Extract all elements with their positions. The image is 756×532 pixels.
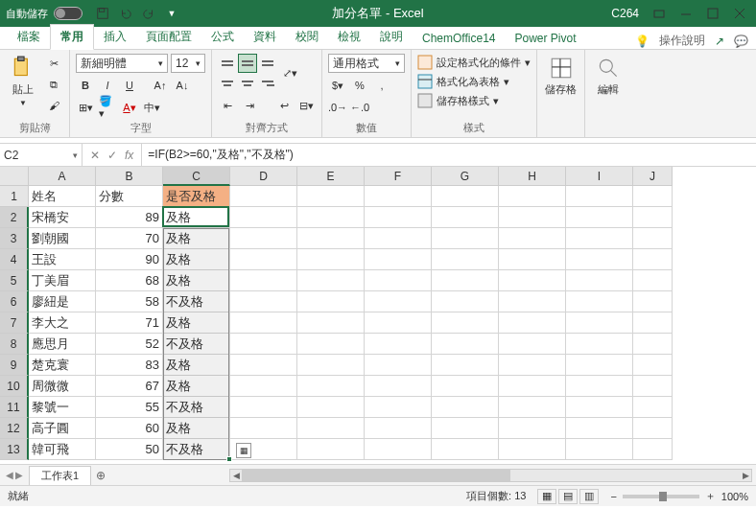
cell[interactable]: 90 [96,249,163,270]
cell[interactable] [230,418,297,439]
cell[interactable] [566,207,633,228]
zoom-level[interactable]: 100% [721,491,748,502]
cell[interactable]: 及格 [163,270,230,291]
cell[interactable] [633,228,673,249]
cell[interactable]: 及格 [163,249,230,270]
currency-icon[interactable]: $▾ [328,76,347,95]
bold-button[interactable]: B [76,76,95,95]
cell[interactable] [633,207,673,228]
cell[interactable] [633,291,673,312]
cell[interactable] [365,397,432,418]
spreadsheet-grid[interactable]: ABCDEFGHIJ 12345678910111213 姓名分數是否及格宋橋安… [0,167,756,464]
page-layout-view-icon[interactable]: ▤ [558,489,578,504]
cell[interactable] [297,334,365,355]
cell[interactable] [499,291,566,312]
account-link[interactable]: C264 [611,7,639,20]
cell[interactable] [432,291,499,312]
cell[interactable] [432,228,499,249]
tell-me-label[interactable]: 操作說明 [659,33,705,49]
cell[interactable] [297,312,365,334]
column-header[interactable]: C [163,167,230,186]
page-break-view-icon[interactable]: ▥ [579,489,599,504]
tab-powerpivot[interactable]: Power Pivot [505,28,585,49]
align-top-icon[interactable] [218,54,237,73]
cell[interactable] [365,355,432,376]
cell[interactable] [230,334,297,355]
column-header[interactable]: F [365,167,432,186]
cell[interactable] [365,249,432,270]
tab-file[interactable]: 檔案 [8,25,50,49]
qat-more-icon[interactable]: ▼ [165,7,178,20]
row-header[interactable]: 8 [0,334,29,355]
number-format-select[interactable]: 通用格式▾ [328,54,405,73]
cell[interactable] [432,355,499,376]
cell[interactable]: 83 [96,355,163,376]
cell[interactable] [633,334,673,355]
cell[interactable] [432,312,499,334]
cell[interactable] [230,376,297,397]
fill-handle[interactable] [226,456,232,462]
row-header[interactable]: 12 [0,418,29,439]
cell[interactable] [566,228,633,249]
merge-icon[interactable]: ⊟▾ [296,96,316,115]
cell[interactable] [432,376,499,397]
cell[interactable] [499,186,566,207]
tab-review[interactable]: 校閱 [286,25,328,49]
cell[interactable] [365,312,432,334]
cell[interactable]: 55 [96,397,163,418]
column-header[interactable]: A [29,167,96,186]
cell[interactable] [633,186,673,207]
cell[interactable] [566,312,633,334]
cell[interactable] [499,207,566,228]
cell[interactable]: 68 [96,270,163,291]
italic-button[interactable]: I [98,76,117,95]
underline-button[interactable]: U [120,76,139,95]
cell[interactable] [365,291,432,312]
fill-color-icon[interactable]: 🪣▾ [98,98,117,117]
font-color-icon[interactable]: A▾ [120,98,139,117]
cell[interactable] [297,355,365,376]
sheet-nav-next-icon[interactable]: ▶ [15,470,23,480]
font-size-select[interactable]: 12▾ [171,54,205,73]
name-box[interactable]: C2▾ [0,144,83,166]
cell[interactable] [432,207,499,228]
cell[interactable]: 劉朝國 [29,228,96,249]
cell[interactable]: 分數 [96,186,163,207]
row-header[interactable]: 3 [0,228,29,249]
horizontal-scrollbar[interactable]: ◀▶ [229,469,752,482]
cell[interactable] [566,249,633,270]
cell[interactable] [297,376,365,397]
tab-formulas[interactable]: 公式 [201,25,244,49]
cell[interactable] [230,312,297,334]
cell[interactable] [297,186,365,207]
align-center-icon[interactable] [238,74,257,93]
cell[interactable] [499,334,566,355]
cell[interactable]: 及格 [163,228,230,249]
percent-icon[interactable]: % [350,76,369,95]
close-icon[interactable] [733,7,746,20]
align-middle-icon[interactable] [238,54,257,73]
enter-formula-icon[interactable]: ✓ [107,149,117,162]
tab-layout[interactable]: 頁面配置 [136,25,201,49]
cell[interactable]: 宋橋安 [29,207,96,228]
cell[interactable]: 50 [96,439,163,460]
tab-chemoffice[interactable]: ChemOffice14 [413,28,505,49]
cell[interactable] [297,249,365,270]
save-icon[interactable] [96,7,109,20]
cell[interactable] [230,397,297,418]
column-header[interactable]: J [633,167,673,186]
tab-help[interactable]: 說明 [370,25,413,49]
column-header[interactable]: D [230,167,297,186]
column-header[interactable]: E [297,167,365,186]
decrease-indent-icon[interactable]: ⇤ [218,96,237,115]
cell[interactable] [297,207,365,228]
cell[interactable]: 不及格 [163,291,230,312]
phonetic-icon[interactable]: 中▾ [142,98,161,117]
editing-button[interactable]: 編輯 [591,54,626,99]
align-left-icon[interactable] [218,74,237,93]
cell[interactable] [499,376,566,397]
align-right-icon[interactable] [258,74,277,93]
row-header[interactable]: 13 [0,439,29,460]
cell[interactable] [432,418,499,439]
align-bottom-icon[interactable] [258,54,277,73]
